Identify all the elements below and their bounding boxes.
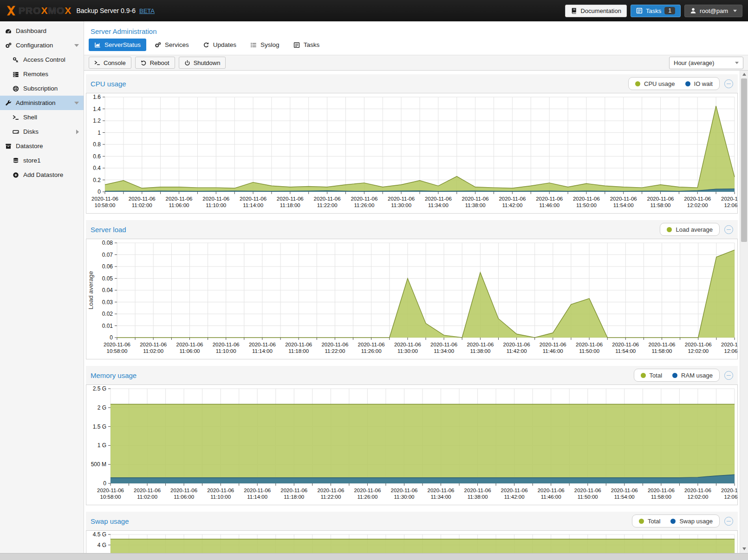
svg-text:0.02: 0.02 [102, 311, 113, 317]
svg-text:12:02:00: 12:02:00 [688, 348, 709, 354]
svg-text:11:42:00: 11:42:00 [504, 494, 525, 500]
sidebar-item-configuration[interactable]: Configuration [0, 38, 84, 52]
svg-text:2020-11-06: 2020-11-06 [648, 488, 675, 493]
svg-text:11:18:00: 11:18:00 [284, 494, 304, 500]
scroll-up-arrow[interactable] [740, 71, 748, 78]
server-load-chart: 00.010.020.030.040.050.060.070.082020-11… [86, 239, 738, 359]
tab-updates[interactable]: Updates [197, 39, 242, 51]
svg-text:2020-11-06: 2020-11-06 [538, 488, 565, 493]
svg-text:2020-11-06: 2020-11-06 [249, 342, 276, 347]
tasks-icon [636, 7, 643, 14]
svg-text:2020-11-06: 2020-11-06 [277, 196, 304, 202]
svg-text:0: 0 [103, 480, 106, 487]
svg-text:2020-11-06: 2020-11-06 [684, 196, 711, 202]
svg-text:2020-11-06: 2020-11-06 [213, 342, 240, 347]
sidebar-item-subscription[interactable]: Subscription [0, 81, 84, 96]
tab-tasks[interactable]: Tasks [288, 39, 325, 51]
chevron-down-icon [733, 10, 737, 12]
tab-syslog[interactable]: Syslog [245, 39, 285, 51]
list-icon [250, 42, 257, 48]
collapse-panel-icon[interactable] [724, 371, 733, 380]
chevron-right-icon [76, 130, 79, 134]
shutdown-button[interactable]: Shutdown [179, 57, 226, 69]
svg-text:11:34:00: 11:34:00 [428, 202, 449, 208]
shutdown-label: Shutdown [194, 59, 221, 66]
svg-text:11:10:00: 11:10:00 [216, 348, 236, 354]
collapse-panel-icon[interactable] [724, 517, 733, 526]
reboot-button[interactable]: Reboot [135, 57, 175, 69]
beta-link[interactable]: BETA [139, 7, 155, 14]
svg-text:2020-11-06: 2020-11-06 [430, 342, 457, 347]
svg-text:0.01: 0.01 [102, 323, 113, 329]
svg-text:12:02:00: 12:02:00 [687, 202, 708, 208]
documentation-label: Documentation [580, 7, 621, 14]
disk-drive-icon [13, 129, 19, 135]
main-content: Server Administration ServerStatus Servi… [84, 21, 748, 560]
svg-text:11:06:00: 11:06:00 [174, 494, 194, 500]
scroll-down-arrow[interactable] [740, 545, 748, 553]
console-button[interactable]: Console [89, 57, 131, 69]
svg-text:11:18:00: 11:18:00 [288, 348, 309, 354]
total-legend-dot [639, 519, 644, 524]
power-icon [184, 60, 190, 66]
svg-text:10:58:00: 10:58:00 [100, 494, 121, 500]
svg-text:2 G: 2 G [98, 404, 106, 411]
cpu-usage-panel: CPU usage CPU usage IO wait 00.20.40.60.… [86, 74, 738, 214]
legend-item: IO wait [685, 80, 713, 87]
tab-label: Updates [213, 41, 236, 48]
legend-label: RAM usage [681, 372, 713, 379]
memory-usage-panel-header: Memory usage Total RAM usage [86, 366, 738, 384]
legend-label: Total [650, 372, 662, 379]
svg-text:1.4: 1.4 [93, 106, 101, 112]
key-icon [13, 57, 19, 63]
tab-serverstatus[interactable]: ServerStatus [89, 39, 146, 51]
sidebar-item-remotes[interactable]: Remotes [0, 67, 84, 81]
svg-text:2020-11-06: 2020-11-06 [394, 342, 421, 347]
svg-text:2020-11-06: 2020-11-06 [501, 488, 528, 493]
svg-text:2020-11-06: 2020-11-06 [464, 488, 491, 493]
tab-services[interactable]: Services [149, 39, 195, 51]
svg-text:2020-11-06: 2020-11-06 [540, 342, 566, 347]
svg-text:0.06: 0.06 [102, 263, 113, 270]
svg-text:2020-11-06: 2020-11-06 [207, 488, 234, 493]
collapse-panel-icon[interactable] [724, 79, 733, 88]
svg-text:11:06:00: 11:06:00 [180, 348, 200, 354]
documentation-button[interactable]: Documentation [565, 5, 626, 17]
svg-text:2020-11-06: 2020-11-06 [462, 196, 489, 202]
refresh-icon [203, 42, 209, 48]
svg-text:2020-11-06: 2020-11-06 [317, 488, 344, 493]
sidebar-item-administration[interactable]: Administration [0, 96, 84, 110]
svg-text:11:26:00: 11:26:00 [361, 348, 382, 354]
svg-text:2020-11-06: 2020-11-06 [610, 196, 637, 202]
svg-text:11:02:00: 11:02:00 [143, 348, 163, 354]
svg-text:11:10:00: 11:10:00 [206, 202, 226, 208]
sidebar-item-store1[interactable]: store1 [0, 153, 84, 168]
svg-text:11:14:00: 11:14:00 [252, 348, 273, 354]
scroll-thumb[interactable] [741, 78, 747, 242]
collapse-panel-icon[interactable] [724, 225, 733, 234]
svg-text:2020-11-06: 2020-11-06 [351, 196, 377, 202]
reboot-label: Reboot [150, 59, 169, 66]
tasks-button[interactable]: Tasks 1 [631, 5, 681, 17]
svg-text:11:22:00: 11:22:00 [325, 348, 345, 354]
sidebar-item-shell[interactable]: Shell [0, 110, 84, 124]
svg-text:2020-11-06: 2020-11-06 [685, 342, 712, 347]
sidebar-item-label: Datastore [16, 143, 43, 150]
sidebar-item-label: Dashboard [16, 27, 46, 34]
chevron-down-icon [735, 62, 739, 64]
vertical-scrollbar[interactable] [740, 71, 748, 560]
svg-text:11:42:00: 11:42:00 [507, 348, 527, 354]
svg-text:1.5 G: 1.5 G [93, 423, 106, 430]
legend-item: RAM usage [672, 372, 713, 379]
svg-text:2020-11-06: 2020-11-06 [170, 488, 197, 493]
sidebar-item-dashboard[interactable]: Dashboard [0, 24, 84, 38]
svg-text:11:22:00: 11:22:00 [320, 494, 341, 500]
database-icon [13, 157, 19, 164]
sidebar-item-datastore[interactable]: Datastore [0, 139, 84, 153]
sidebar-item-label: Access Control [23, 56, 65, 63]
user-menu-button[interactable]: root@pam [684, 5, 742, 17]
sidebar-item-add-datastore[interactable]: Add Datastore [0, 168, 84, 182]
sidebar-item-disks[interactable]: Disks [0, 124, 84, 139]
sidebar-item-access-control[interactable]: Access Control [0, 52, 84, 67]
timeframe-select[interactable]: Hour (average) [669, 57, 743, 69]
